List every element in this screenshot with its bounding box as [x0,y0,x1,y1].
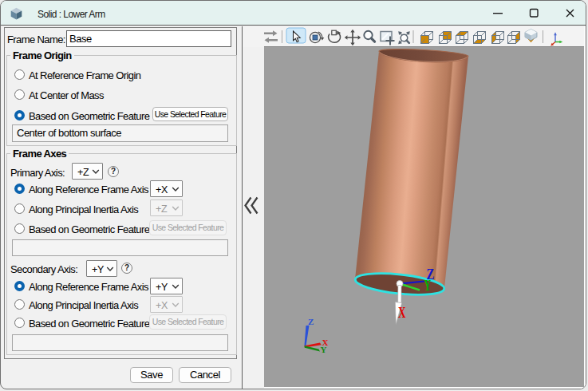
svg-text:Z: Z [308,317,314,326]
svg-text:X: X [398,305,406,321]
svg-text:Y: Y [321,345,327,354]
svg-text:Y: Y [424,278,432,294]
